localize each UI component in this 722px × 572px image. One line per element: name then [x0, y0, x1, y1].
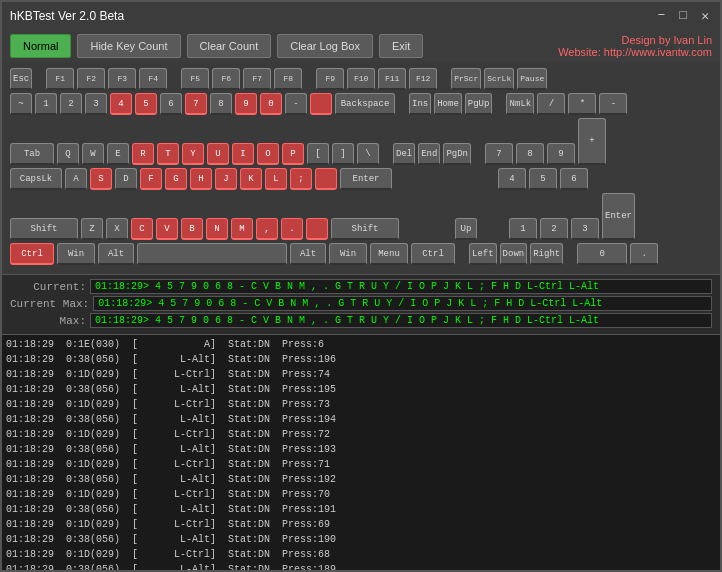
key-slash[interactable]	[306, 218, 328, 240]
key-w[interactable]: W	[82, 143, 104, 165]
key-enter[interactable]: Enter	[340, 168, 392, 190]
key-num-1[interactable]: 1	[509, 218, 537, 240]
key-num-slash[interactable]: /	[537, 93, 565, 115]
key-ctrl-left[interactable]: Ctrl	[10, 243, 54, 265]
key-ins[interactable]: Ins	[409, 93, 431, 115]
maximize-button[interactable]: □	[676, 8, 690, 24]
key-f7[interactable]: F7	[243, 68, 271, 90]
key-u[interactable]: U	[207, 143, 229, 165]
key-1[interactable]: 1	[35, 93, 57, 115]
key-prtsc[interactable]: PrScr	[451, 68, 481, 90]
key-pause[interactable]: Pause	[517, 68, 547, 90]
key-e[interactable]: E	[107, 143, 129, 165]
key-j[interactable]: J	[215, 168, 237, 190]
key-p[interactable]: P	[282, 143, 304, 165]
key-b[interactable]: B	[181, 218, 203, 240]
key-i[interactable]: I	[232, 143, 254, 165]
key-f5[interactable]: F5	[181, 68, 209, 90]
key-num-7[interactable]: 7	[485, 143, 513, 165]
close-button[interactable]: ✕	[698, 8, 712, 24]
key-s[interactable]: S	[90, 168, 112, 190]
key-f6[interactable]: F6	[212, 68, 240, 90]
clear-log-box-button[interactable]: Clear Log Box	[277, 34, 373, 58]
key-3[interactable]: 3	[85, 93, 107, 115]
key-num-5[interactable]: 5	[529, 168, 557, 190]
key-8[interactable]: 8	[210, 93, 232, 115]
key-num-minus[interactable]: -	[599, 93, 627, 115]
key-y[interactable]: Y	[182, 143, 204, 165]
key-num-2[interactable]: 2	[540, 218, 568, 240]
minimize-button[interactable]: −	[655, 8, 669, 24]
key-tilde[interactable]: ~	[10, 93, 32, 115]
key-right[interactable]: Right	[530, 243, 563, 265]
key-h[interactable]: H	[190, 168, 212, 190]
key-ctrl-right[interactable]: Ctrl	[411, 243, 455, 265]
hide-key-count-button[interactable]: Hide Key Count	[77, 34, 180, 58]
key-x[interactable]: X	[106, 218, 128, 240]
key-comma[interactable]: ,	[256, 218, 278, 240]
key-n[interactable]: N	[206, 218, 228, 240]
key-home[interactable]: Home	[434, 93, 462, 115]
key-shift-right[interactable]: Shift	[331, 218, 399, 240]
key-a[interactable]: A	[65, 168, 87, 190]
key-scrlk[interactable]: ScrLk	[484, 68, 514, 90]
key-tab[interactable]: Tab	[10, 143, 54, 165]
key-k[interactable]: K	[240, 168, 262, 190]
key-num-dot[interactable]: .	[630, 243, 658, 265]
key-f[interactable]: F	[140, 168, 162, 190]
key-win-left[interactable]: Win	[57, 243, 95, 265]
key-menu[interactable]: Menu	[370, 243, 408, 265]
normal-button[interactable]: Normal	[10, 34, 71, 58]
key-2[interactable]: 2	[60, 93, 82, 115]
key-v[interactable]: V	[156, 218, 178, 240]
key-shift-left[interactable]: Shift	[10, 218, 78, 240]
key-esc[interactable]: Esc	[10, 68, 32, 90]
key-f11[interactable]: F11	[378, 68, 406, 90]
key-backspace[interactable]: Backspace	[335, 93, 395, 115]
key-alt-right[interactable]: Alt	[290, 243, 326, 265]
key-left[interactable]: Left	[469, 243, 497, 265]
key-win-right[interactable]: Win	[329, 243, 367, 265]
key-num-8[interactable]: 8	[516, 143, 544, 165]
key-num-9[interactable]: 9	[547, 143, 575, 165]
clear-count-button[interactable]: Clear Count	[187, 34, 272, 58]
key-capslock[interactable]: CapsLk	[10, 168, 62, 190]
key-q[interactable]: Q	[57, 143, 79, 165]
key-end[interactable]: End	[418, 143, 440, 165]
log-area[interactable]: 01:18:29 0:1E(030) [ A] Stat:DN Press:60…	[2, 334, 720, 570]
key-c[interactable]: C	[131, 218, 153, 240]
key-del[interactable]: Del	[393, 143, 415, 165]
key-f4[interactable]: F4	[139, 68, 167, 90]
key-7[interactable]: 7	[185, 93, 207, 115]
key-f3[interactable]: F3	[108, 68, 136, 90]
key-quote[interactable]	[315, 168, 337, 190]
key-period[interactable]: .	[281, 218, 303, 240]
key-d[interactable]: D	[115, 168, 137, 190]
key-semicolon[interactable]: ;	[290, 168, 312, 190]
key-f10[interactable]: F10	[347, 68, 375, 90]
key-t[interactable]: T	[157, 143, 179, 165]
key-f2[interactable]: F2	[77, 68, 105, 90]
key-num-4[interactable]: 4	[498, 168, 526, 190]
key-6[interactable]: 6	[160, 93, 182, 115]
key-down[interactable]: Down	[500, 243, 528, 265]
key-5[interactable]: 5	[135, 93, 157, 115]
key-bracket-r[interactable]: ]	[332, 143, 354, 165]
key-equals[interactable]	[310, 93, 332, 115]
key-r[interactable]: R	[132, 143, 154, 165]
key-l[interactable]: L	[265, 168, 287, 190]
key-f12[interactable]: F12	[409, 68, 437, 90]
key-z[interactable]: Z	[81, 218, 103, 240]
key-alt-left[interactable]: Alt	[98, 243, 134, 265]
key-f8[interactable]: F8	[274, 68, 302, 90]
key-space[interactable]	[137, 243, 287, 265]
key-minus[interactable]: -	[285, 93, 307, 115]
key-num-star[interactable]: *	[568, 93, 596, 115]
key-0[interactable]: 0	[260, 93, 282, 115]
key-up[interactable]: Up	[455, 218, 477, 240]
key-pgup[interactable]: PgUp	[465, 93, 493, 115]
key-g[interactable]: G	[165, 168, 187, 190]
key-numlk[interactable]: NmLk	[506, 93, 534, 115]
key-f9[interactable]: F9	[316, 68, 344, 90]
exit-button[interactable]: Exit	[379, 34, 423, 58]
